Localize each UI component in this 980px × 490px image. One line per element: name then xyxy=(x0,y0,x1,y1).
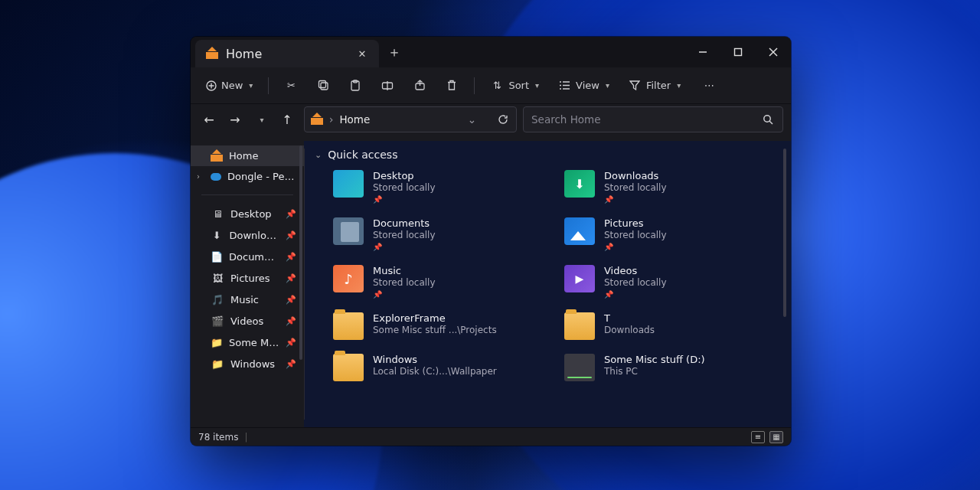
item-name: Documents xyxy=(373,217,436,229)
sidebar-item-desktop[interactable]: 🖥 Desktop 📌 xyxy=(191,203,304,224)
search-input[interactable] xyxy=(531,113,761,126)
quick-access-item[interactable]: Music Stored locally 📌 xyxy=(333,265,549,299)
close-window-button[interactable] xyxy=(756,37,791,67)
breadcrumb-root[interactable]: Home xyxy=(339,113,370,126)
item-name: Windows xyxy=(373,354,497,365)
close-tab-icon[interactable]: ✕ xyxy=(356,47,368,60)
filter-icon xyxy=(628,80,642,92)
item-name: Videos xyxy=(604,265,667,276)
tiles-view-button[interactable]: ▦ xyxy=(769,431,783,443)
item-subtitle: Local Disk (C:)...\Wallpaper xyxy=(373,366,497,377)
folder-icon: 📁 xyxy=(211,336,223,348)
chevron-down-icon: ▾ xyxy=(677,81,681,90)
chevron-down-icon: ▾ xyxy=(606,81,609,90)
quick-access-item[interactable]: Some Misc stuff (D:) This PC xyxy=(564,354,780,381)
folder-icon xyxy=(333,312,364,340)
pin-icon: 📌 xyxy=(286,338,296,348)
quick-access-item[interactable]: Desktop Stored locally 📌 xyxy=(333,170,549,204)
sidebar-item-label: Pictures xyxy=(230,273,270,284)
sidebar-item-folder[interactable]: 📁 Windows 📌 xyxy=(191,353,304,374)
item-name: Music xyxy=(373,265,436,276)
quick-access-item[interactable]: Pictures Stored locally 📌 xyxy=(564,217,780,251)
pin-icon: 📌 xyxy=(373,290,436,299)
folder-icon xyxy=(333,354,364,381)
more-button[interactable]: ⋯ xyxy=(694,75,724,96)
delete-button[interactable] xyxy=(437,75,466,96)
rename-button[interactable] xyxy=(373,75,402,96)
forward-button[interactable]: → xyxy=(224,109,246,130)
rename-icon xyxy=(381,80,394,92)
minimize-button[interactable] xyxy=(685,37,720,67)
item-name: ExplorerFrame xyxy=(373,312,497,324)
clipboard-icon xyxy=(348,80,362,92)
quick-access-item[interactable]: Downloads Stored locally 📌 xyxy=(564,170,780,204)
filter-button[interactable]: Filter ▾ xyxy=(620,75,688,96)
videos-icon: 🎬 xyxy=(211,315,224,327)
home-icon xyxy=(211,151,223,162)
pictures-icon: 🖼 xyxy=(211,272,224,284)
pin-icon: 📌 xyxy=(286,295,296,305)
chevron-right-icon[interactable]: › xyxy=(197,172,200,181)
recent-button[interactable]: ▾ xyxy=(250,109,272,130)
item-subtitle: Stored locally xyxy=(604,182,667,193)
share-button[interactable] xyxy=(405,75,434,96)
sidebar-item-music[interactable]: 🎵 Music 📌 xyxy=(191,289,304,310)
new-button[interactable]: New ▾ xyxy=(198,75,260,96)
sidebar-item-folder[interactable]: 📁 Some Misc stuff 📌 xyxy=(191,332,304,353)
cut-button[interactable]: ✂ xyxy=(276,75,305,96)
quick-access-item[interactable]: Documents Stored locally 📌 xyxy=(333,217,549,251)
quick-access-item[interactable]: Windows Local Disk (C:)...\Wallpaper xyxy=(333,354,549,381)
pin-icon: 📌 xyxy=(286,316,296,326)
desktop-icon xyxy=(333,170,364,198)
drive-icon xyxy=(564,354,595,381)
pin-icon: 📌 xyxy=(286,230,296,240)
new-tab-button[interactable]: ＋ xyxy=(379,37,410,67)
back-button[interactable]: ← xyxy=(198,109,220,130)
quick-access-item[interactable]: T Downloads xyxy=(564,312,780,340)
search-icon[interactable] xyxy=(761,113,775,126)
sidebar-item-downloads[interactable]: ⬇ Downloads 📌 xyxy=(191,224,304,246)
item-subtitle: This PC xyxy=(604,366,705,377)
pin-icon: 📌 xyxy=(286,209,296,219)
sort-button[interactable]: ⇅ Sort ▾ xyxy=(482,75,547,96)
sidebar-item-videos[interactable]: 🎬 Videos 📌 xyxy=(191,310,304,332)
quick-access-item[interactable]: ExplorerFrame Some Misc stuff ...\Projec… xyxy=(333,312,549,340)
section-header-quick-access[interactable]: ⌄ Quick access xyxy=(315,149,780,161)
tab-home[interactable]: Home ✕ xyxy=(195,40,379,67)
documents-icon xyxy=(333,217,364,245)
item-name: Pictures xyxy=(604,217,667,229)
item-subtitle: Some Misc stuff ...\Projects xyxy=(373,325,497,335)
maximize-button[interactable] xyxy=(720,37,756,67)
nav-row: ← → ▾ ↑ › Home ⌄ xyxy=(191,104,791,141)
address-bar[interactable]: › Home ⌄ xyxy=(304,106,517,132)
copy-button[interactable] xyxy=(309,75,338,96)
item-name: Downloads xyxy=(604,170,667,181)
sidebar-scrollbar[interactable] xyxy=(299,141,302,427)
svg-rect-1 xyxy=(735,49,742,56)
item-subtitle: Stored locally xyxy=(604,277,667,288)
folder-icon xyxy=(564,312,595,340)
sidebar-item-label: Documents xyxy=(229,251,279,263)
home-icon xyxy=(206,48,218,59)
details-view-button[interactable]: ≡ xyxy=(751,431,765,443)
sidebar-item-label: Videos xyxy=(230,315,263,327)
quick-access-item[interactable]: Videos Stored locally 📌 xyxy=(564,265,780,299)
downloads-icon: ⬇ xyxy=(211,229,224,241)
refresh-icon[interactable] xyxy=(496,113,510,126)
scissors-icon: ✂ xyxy=(284,80,298,92)
ellipsis-icon: ⋯ xyxy=(702,80,716,92)
view-icon xyxy=(557,80,571,92)
sidebar-item-documents[interactable]: 📄 Documents 📌 xyxy=(191,246,304,267)
sidebar-item-home[interactable]: Home xyxy=(191,145,304,166)
main-scrollbar[interactable] xyxy=(783,149,786,420)
up-button[interactable]: ↑ xyxy=(276,109,298,130)
sidebar-item-pictures[interactable]: 🖼 Pictures 📌 xyxy=(191,267,304,289)
view-button[interactable]: View ▾ xyxy=(550,75,617,96)
sidebar-item-onedrive[interactable]: › Dongle - Person xyxy=(191,166,304,187)
search-box[interactable] xyxy=(523,106,783,132)
paste-button[interactable] xyxy=(341,75,370,96)
chevron-down-icon[interactable]: ⌄ xyxy=(468,113,476,126)
trash-icon xyxy=(445,80,459,92)
pin-icon: 📌 xyxy=(604,290,667,299)
item-count: 78 items xyxy=(198,432,238,443)
